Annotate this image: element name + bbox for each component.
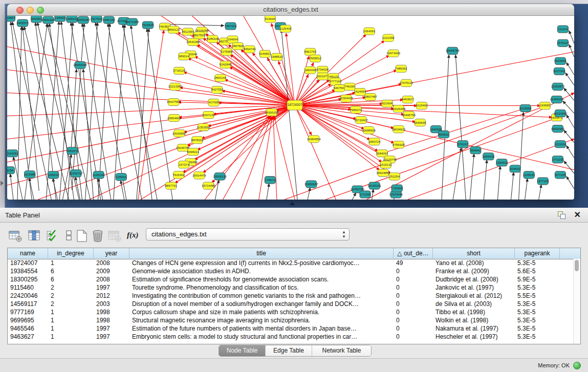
table-row[interactable]: 1938455462009Genome-wide association stu… — [8, 267, 574, 275]
network-canvas[interactable]: 1605872405572944053206914061094331065423… — [7, 16, 574, 200]
graph-node-label: 8912954 — [182, 30, 194, 33]
column-header-name[interactable]: name — [8, 248, 48, 258]
graph-node-label: 9329966 — [554, 59, 567, 62]
table-cell: 1 — [48, 324, 94, 333]
table-row[interactable]: 1456911722003Disruption of a novel membe… — [8, 300, 574, 308]
graph-node-label: 160587 — [7, 16, 15, 19]
graph-node-label: 1733426 — [391, 187, 403, 190]
scrollbar-thumb[interactable] — [575, 260, 579, 271]
table-cell: 1 — [48, 333, 94, 341]
memory-status-label: Memory: OK — [538, 362, 570, 368]
table-cell: 0 — [394, 275, 433, 283]
graph-node-label: 2016051 — [7, 152, 18, 155]
vertical-scrollbar[interactable] — [573, 259, 580, 344]
graph-node-label: 1664091 — [363, 30, 376, 33]
delete-trash-icon[interactable] — [91, 229, 105, 243]
graph-node-label: 12213382 — [168, 85, 182, 88]
show-columns-icon[interactable] — [28, 229, 42, 243]
table-cell: Structural magnetic resonance image aver… — [129, 316, 394, 324]
table-cell: 0 — [394, 283, 433, 292]
graph-node-label: 109433 — [55, 16, 66, 19]
table-cell: 5.3E-5 — [515, 308, 560, 316]
graph-node-label: 16648784 — [446, 49, 460, 52]
float-panel-icon[interactable] — [558, 211, 565, 218]
graph-node-label: 994542 — [470, 149, 481, 152]
graph-node-label: 16495756 — [402, 114, 416, 117]
graph-node-label: 417008 — [208, 101, 219, 104]
graph-node-label: 135051 — [116, 176, 127, 179]
graph-node-label: 621604 — [382, 102, 393, 105]
table-row[interactable]: 946554611997Estimation of the future num… — [8, 324, 574, 333]
table-cell: Wolkin et al. (1998) — [433, 316, 515, 324]
table-cell: Estimation of the future numbers of pati… — [129, 324, 394, 333]
app-screen: citations_edges.txt 16058724055729440532… — [0, 0, 588, 372]
graph-node-label: 746266 — [344, 85, 355, 88]
memory-status-indicator[interactable] — [573, 362, 581, 369]
column-header-out_de[interactable]: △ out_de… — [394, 248, 433, 258]
graph-node-label: 1221034 — [554, 143, 567, 146]
table-cell: Nakamura et al. (1997) — [433, 324, 515, 333]
graph-node-label: 9242848 — [220, 63, 232, 66]
graph-node-label: 9857791 — [165, 184, 177, 187]
table-toolbar: f(x) citations_edges.txt ▲▼ — [0, 222, 588, 248]
table-cell: 1997 — [94, 333, 129, 341]
new-document-icon[interactable] — [75, 229, 89, 243]
table-options-icon[interactable] — [8, 229, 23, 243]
tab-node-table[interactable]: Node Table — [219, 345, 265, 356]
close-panel-icon[interactable]: ✕ — [574, 210, 581, 220]
graph-node-label: 2405572 — [16, 21, 29, 25]
table-header-row: namein_degreeyeartitle△ out_de…shortpage… — [8, 248, 580, 259]
desktop-background: citations_edges.txt 16058724055729440532… — [0, 0, 588, 208]
attribute-table: namein_degreeyeartitle△ out_de…shortpage… — [7, 248, 581, 344]
select-rows-icon[interactable] — [46, 229, 60, 243]
column-header-in_degree[interactable]: in_degree — [48, 248, 94, 258]
function-builder-icon[interactable]: f(x) — [127, 231, 141, 244]
window-titlebar[interactable]: citations_edges.txt — [7, 4, 574, 16]
table-cell: 0 — [394, 308, 433, 316]
table-cell: Tibbo et al. (1998) — [433, 308, 515, 316]
table-cell: 2009 — [94, 267, 129, 275]
table-cell: Disruption of a novel member of a sodium… — [129, 300, 394, 308]
graph-node-label: 10025458 — [391, 107, 405, 111]
graph-node-label: 9115460 — [416, 104, 428, 107]
table-row[interactable]: 1830029562008Estimation of significance … — [8, 275, 574, 283]
panel-expand-arrow-icon[interactable] — [1, 181, 4, 186]
table-cell: 2012 — [94, 292, 129, 300]
graph-node-label: 10120746 — [383, 158, 397, 161]
table-row[interactable]: 911546021997Tourette syndrome. Phenomeno… — [8, 283, 574, 292]
splitter-grip-icon[interactable] — [290, 202, 295, 205]
graph-node-label: 10543382 — [186, 40, 200, 43]
graph-node-label: 6466160 — [103, 18, 115, 21]
graph-node-label: 1575107 — [557, 41, 569, 45]
tab-edge-table[interactable]: Edge Table — [265, 345, 312, 356]
table-cell: 5.3E-5 — [515, 283, 560, 292]
graph-node-label: 924502 — [510, 167, 521, 170]
tab-network-table[interactable]: Network Table — [312, 345, 371, 356]
column-header-pagerank[interactable]: pagerank — [515, 248, 560, 258]
table-cell: Tourette syndrome. Phenomenology and cla… — [129, 283, 394, 292]
table-row[interactable]: 977716911998Corpus callosum shape and si… — [8, 308, 574, 316]
graph-node-label: 1990448 — [304, 69, 316, 72]
graph-node-label: 1527602 — [91, 17, 103, 20]
table-row[interactable]: 1872400712008Changes of HCN gene express… — [8, 259, 574, 267]
table-row[interactable]: 2242004622012Investigating the contribut… — [8, 292, 574, 300]
table-selector-dropdown[interactable]: citations_edges.txt ▲▼ — [146, 228, 350, 240]
graph-node-label: 205533 — [48, 173, 59, 177]
graph-node-label: 9146821 — [259, 52, 271, 55]
table-cell: Changes of HCN gene expression and I(f) … — [129, 259, 394, 267]
table-cell: 5.6E-5 — [515, 267, 560, 275]
table-panel-header: Table Panel ✕ — [0, 208, 588, 223]
column-header-title[interactable]: title — [129, 248, 394, 258]
graph-node-label: 18107554 — [167, 100, 181, 103]
graph-node-label: 3175685 — [221, 50, 233, 53]
collapsed-control-panel[interactable] — [0, 4, 5, 208]
graph-node-label: 8454749 — [244, 48, 256, 51]
table-row[interactable]: 946362711997Embryonic stem cells: a mode… — [8, 333, 574, 341]
column-header-short[interactable]: short — [433, 248, 515, 258]
table-cell: 1 — [48, 259, 94, 267]
table-cell: 5.3E-5 — [515, 300, 560, 308]
table-row[interactable]: 969969511998Structural magnetic resonanc… — [8, 316, 574, 324]
table-body: 1872400712008Changes of HCN gene express… — [8, 259, 574, 344]
column-header-year[interactable]: year — [94, 248, 129, 258]
graph-node-label: 989014 — [179, 55, 189, 58]
